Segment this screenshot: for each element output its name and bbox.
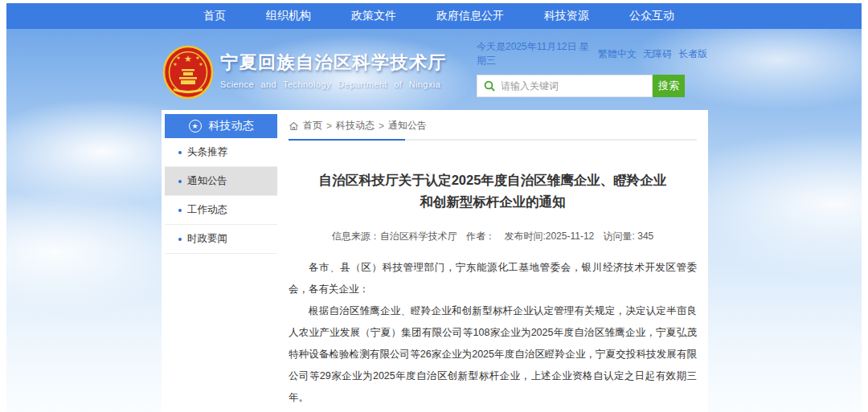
meta-publish-time: 发布时间:2025-11-12 <box>504 230 594 242</box>
nav-item-gov-info-disclosure[interactable]: 政府信息公开 <box>436 9 504 23</box>
top-navigation: 首页 组织机构 政策文件 政府信息公开 科技资源 公众互动 <box>6 3 862 29</box>
svg-text:★: ★ <box>173 62 177 67</box>
elder-version-link[interactable]: 长者版 <box>678 47 707 61</box>
bullet-dot-icon <box>178 151 182 154</box>
nav-item-home[interactable]: 首页 <box>203 9 226 23</box>
nav-item-tech-resources[interactable]: 科技资源 <box>544 9 589 23</box>
traditional-chinese-link[interactable]: 繁體中文 <box>598 47 637 61</box>
search-button[interactable]: 搜索 <box>653 75 685 97</box>
svg-text:★: ★ <box>176 55 180 60</box>
article-meta: 信息来源：自治区科学技术厅 作者： 发布时间:2025-11-12 访问量: 3… <box>289 230 697 243</box>
page: 首页 组织机构 政策文件 政府信息公开 科技资源 公众互动 ★ ★ ★ ★ ★ <box>0 0 868 412</box>
svg-text:★: ★ <box>195 55 199 60</box>
sidebar-item-notices[interactable]: 通知公告 <box>165 167 277 196</box>
bullet-dot-icon <box>178 180 182 183</box>
meta-author: 作者： <box>466 230 495 242</box>
meta-visits: 访问量: 345 <box>604 230 654 242</box>
article-panel: 首页 > 科技动态 > 通知公告 自治区科技厅关于认定2025年度自治区雏鹰企业… <box>289 110 697 412</box>
svg-text:★: ★ <box>184 54 192 63</box>
search-icon <box>484 80 495 92</box>
bullet-dot-icon <box>178 209 182 212</box>
meta-source: 信息来源：自治区科学技术厅 <box>332 230 457 242</box>
content-card: ★ 科技动态 头条推荐 通知公告 工作动态 时政要闻 <box>162 110 708 412</box>
breadcrumb-divider <box>289 139 697 141</box>
sidebar-item-headline-recommend[interactable]: 头条推荐 <box>165 138 277 167</box>
svg-text:★: ★ <box>199 62 203 67</box>
breadcrumb-home[interactable]: 首页 <box>303 119 322 133</box>
search-bar: 搜索 <box>477 75 707 97</box>
breadcrumb: 首页 > 科技动态 > 通知公告 <box>289 119 697 133</box>
search-input[interactable] <box>501 80 633 92</box>
sidebar: ★ 科技动态 头条推荐 通知公告 工作动态 时政要闻 <box>165 114 277 254</box>
bullet-dot-icon <box>178 238 182 241</box>
article-body: 各市、县（区）科技管理部门，宁东能源化工基地管委会，银川经济技术开发区管委会，各… <box>289 257 697 409</box>
sidebar-header: ★ 科技动态 <box>165 114 277 138</box>
header-utility: 今天是2025年11月12日 星期三 繁體中文 无障碍 长者版 <box>477 40 707 97</box>
breadcrumb-tech-news[interactable]: 科技动态 <box>336 119 375 133</box>
accessibility-link[interactable]: 无障碍 <box>643 47 672 61</box>
sidebar-item-work-dynamics[interactable]: 工作动态 <box>165 196 277 225</box>
site-identity: 宁夏回族自治区科学技术厅 Science and Technology Depa… <box>220 51 447 89</box>
national-emblem-logo: ★ ★ ★ ★ ★ <box>162 45 214 100</box>
breadcrumb-notices[interactable]: 通知公告 <box>388 119 427 133</box>
masthead: ★ ★ ★ ★ ★ 宁夏回族自治区科学技术厅 Science and Techn… <box>0 29 868 110</box>
paragraph: 根据自治区雏鹰企业、瞪羚企业和创新型标杆企业认定管理有关规定，决定认定半亩良人农… <box>289 300 697 409</box>
utility-links: 繁體中文 无障碍 长者版 <box>598 47 707 61</box>
site-subtitle-en: Science and Technology Department of Nin… <box>220 80 447 89</box>
article-title: 自治区科技厅关于认定2025年度自治区雏鹰企业、瞪羚企业 和创新型标杆企业的通知 <box>289 169 697 213</box>
site-title: 宁夏回族自治区科学技术厅 <box>220 51 447 75</box>
home-icon <box>289 121 299 131</box>
circled-star-icon: ★ <box>189 120 202 133</box>
nav-item-public-interaction[interactable]: 公众互动 <box>629 9 674 23</box>
nav-item-policy-documents[interactable]: 政策文件 <box>351 9 396 23</box>
paragraph: 各市、县（区）科技管理部门，宁东能源化工基地管委会，银川经济技术开发区管委会，各… <box>289 257 697 300</box>
today-date: 今天是2025年11月12日 星期三 <box>477 40 598 67</box>
sidebar-title: 科技动态 <box>209 119 254 133</box>
sidebar-item-current-politics[interactable]: 时政要闻 <box>165 225 277 254</box>
nav-item-organization[interactable]: 组织机构 <box>266 9 311 23</box>
